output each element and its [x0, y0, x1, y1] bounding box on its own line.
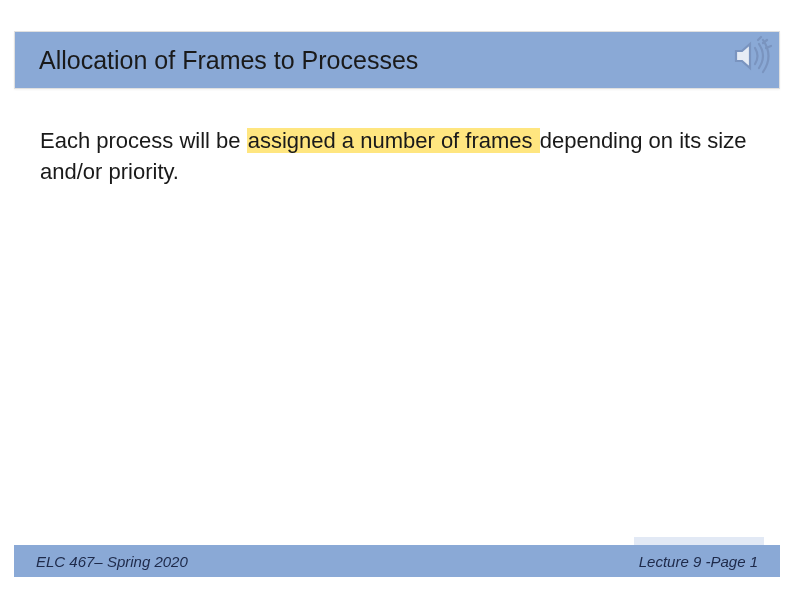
speaker-icon [720, 28, 776, 84]
body-highlight: assigned a number of frames [247, 128, 540, 153]
svg-line-0 [758, 37, 761, 40]
slide-body: Each process will be assigned a number o… [40, 126, 754, 188]
footer-bar: ELC 467– Spring 2020 Lecture 9 -Page 1 [14, 545, 780, 577]
footer-accent [634, 537, 764, 545]
footer-page: Lecture 9 -Page 1 [639, 553, 758, 570]
slide-title: Allocation of Frames to Processes [39, 46, 418, 75]
footer-course: ELC 467– Spring 2020 [36, 553, 188, 570]
title-bar: Allocation of Frames to Processes [14, 31, 780, 89]
body-text-before: Each process will be [40, 128, 247, 153]
